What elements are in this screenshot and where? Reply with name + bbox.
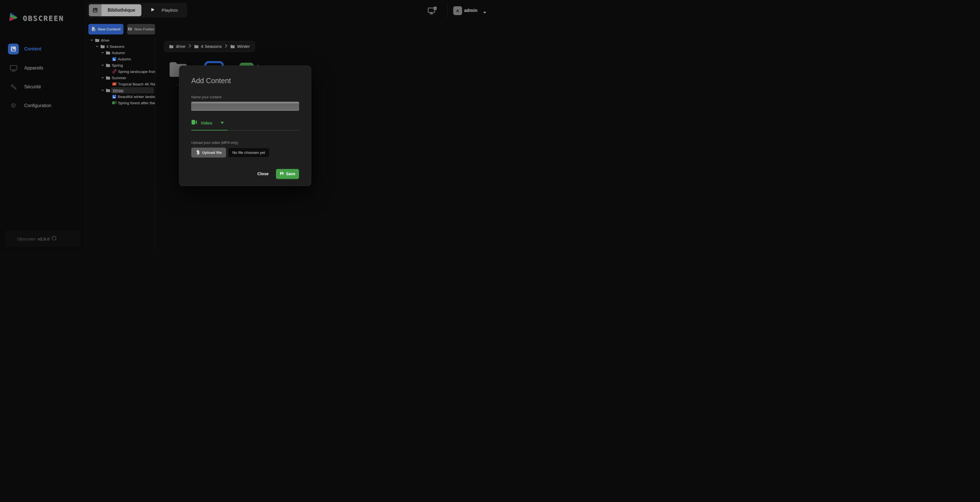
gear-icon: ⚙ (10, 103, 18, 109)
chevron-down-icon[interactable] (101, 76, 104, 79)
chevron-down-icon[interactable] (90, 38, 94, 42)
tree-item-beautiful-winter-landscap[interactable]: Beautiful winter landscap (86, 94, 155, 100)
tree-item-4-seasons[interactable]: 4 Seasons (86, 43, 155, 49)
tree-item-label: Autumn (118, 57, 131, 61)
content-type-value: Video (200, 121, 212, 126)
avatar[interactable]: A (453, 6, 462, 15)
folder-icon (106, 88, 110, 92)
tree-item-label: Spring forest after the sn (118, 101, 155, 105)
sidebar-item-appareils[interactable]: Appareils (0, 62, 86, 75)
modal-title: Add Content (191, 77, 299, 85)
logo-text: OBSCREEN (23, 14, 64, 22)
sidebar-item-label: Appareils (24, 65, 43, 71)
cast-sync-icon[interactable] (428, 6, 437, 16)
folder-icon (169, 44, 173, 49)
sidebar-item-label: Sécurité (24, 84, 41, 89)
link-icon (112, 69, 116, 74)
app-logo: OBSCREEN (8, 13, 64, 24)
new-content-label: New Content (98, 27, 120, 31)
tree-item-drive[interactable]: drive (86, 37, 155, 43)
github-icon[interactable] (52, 236, 56, 241)
tree-item-tropical-beach-4k-relaxa[interactable]: Tropical Beach 4K Relaxa (86, 81, 155, 87)
video-icon (112, 101, 116, 105)
breadcrumb-segment-4-seasons[interactable]: 4 Seasons (194, 44, 222, 49)
folder-icon (230, 44, 235, 49)
sidebar-item-securite[interactable]: Sécurité (0, 81, 86, 93)
breadcrumb-label: drive (176, 44, 186, 49)
tree-item-label: Winter (113, 88, 124, 92)
chevron-down-icon[interactable] (101, 51, 104, 54)
tree-item-label: Tropical Beach 4K Relaxa (118, 82, 155, 86)
tree-item-spring[interactable]: Spring (86, 62, 155, 68)
breadcrumb-label: Winter (237, 44, 250, 49)
chevron-down-icon[interactable] (95, 45, 99, 48)
tree-item-winter[interactable]: Winter (86, 87, 155, 94)
close-button[interactable]: Close (258, 172, 269, 176)
main-tabs: Bibliothèque Playlists (88, 3, 187, 17)
save-label: Save (286, 172, 295, 176)
sidebar-item-label: Content (24, 46, 41, 52)
key-icon (10, 84, 18, 91)
chevron-down-icon[interactable] (101, 64, 104, 67)
add-content-modal: Add Content Name your content Video Uplo… (179, 65, 311, 186)
tree-item-label: Spring (112, 63, 123, 68)
youtube-icon (112, 82, 116, 86)
sidebar: OBSCREEN Content Appareils (0, 0, 86, 251)
select-underline (191, 130, 299, 130)
tree-selected-highlight: Winter (111, 87, 154, 94)
sidebar-item-configuration[interactable]: ⚙ Configuration (0, 99, 86, 112)
image-icon (112, 57, 116, 61)
folder-icon (106, 51, 110, 55)
sidebar-footer: Obscreen v2.0.0 (5, 230, 81, 247)
tab-label: Bibliothèque (102, 8, 142, 13)
chevron-down-icon[interactable] (101, 89, 104, 92)
tree-item-autumn[interactable]: Autumn (86, 56, 155, 62)
tab-label: Playlists (162, 8, 178, 13)
upload-file-label: Upload file (202, 151, 222, 155)
save-icon (280, 171, 284, 176)
caret-down-icon[interactable] (483, 10, 486, 15)
user-menu-name[interactable]: admin (464, 8, 477, 13)
breadcrumb-segment-drive[interactable]: drive (169, 44, 186, 49)
tab-bibliotheque[interactable]: Bibliothèque (89, 4, 142, 16)
new-content-button[interactable]: New Content (88, 24, 123, 35)
tree-item-label: 4 Seasons (106, 44, 124, 49)
logo-play-icon (8, 13, 18, 24)
folder-icon (106, 63, 110, 68)
header-divider (447, 3, 448, 18)
new-folder-button[interactable]: New Folder (127, 24, 155, 35)
tree-item-label: Spring landscape from sl (118, 70, 155, 74)
tab-playlists[interactable]: Playlists (143, 4, 186, 16)
breadcrumb-segment-winter[interactable]: Winter (230, 44, 250, 49)
tree-item-autumn[interactable]: Autumn (86, 49, 155, 56)
tree-item-label: drive (101, 38, 109, 43)
content-type-select[interactable]: Video (191, 119, 234, 126)
folder-icon (95, 38, 99, 43)
footer-version: v2.0.0 (38, 237, 49, 241)
tree-item-label: Autumn (112, 51, 125, 55)
new-folder-label: New Folder (134, 27, 154, 31)
sidebar-item-label: Configuration (24, 103, 51, 108)
parent-folder-label: .. (176, 82, 178, 86)
breadcrumb: drive4 SeasonsWinter (164, 41, 255, 52)
upload-field-label: Upload your video (MP4 only) (191, 141, 299, 145)
tree-item-label: Summer (112, 76, 126, 80)
folder-tree: drive4 SeasonsAutumnAutumnSpringSpring l… (86, 37, 155, 251)
footer-app-name: Obscreen (17, 237, 36, 241)
play-icon (151, 7, 155, 13)
folder-icon (106, 76, 110, 80)
caret-down-icon (220, 120, 224, 126)
tree-item-label: Beautiful winter landscap (118, 95, 155, 99)
upload-file-button[interactable]: Upload file (191, 148, 226, 157)
content-name-input[interactable] (191, 102, 299, 111)
name-field-label: Name your content (191, 95, 299, 99)
breadcrumb-label: 4 Seasons (201, 44, 222, 49)
tree-item-spring-forest-after-the-sn[interactable]: Spring forest after the sn (86, 100, 155, 106)
image-icon (112, 95, 116, 99)
folder-icon (100, 44, 105, 49)
tree-item-summer[interactable]: Summer (86, 75, 155, 81)
save-button[interactable]: Save (276, 169, 299, 179)
tree-item-spring-landscape-from-sl[interactable]: Spring landscape from sl (86, 68, 155, 75)
chevron-right-icon (188, 44, 191, 49)
sidebar-item-content[interactable]: Content (0, 43, 86, 55)
